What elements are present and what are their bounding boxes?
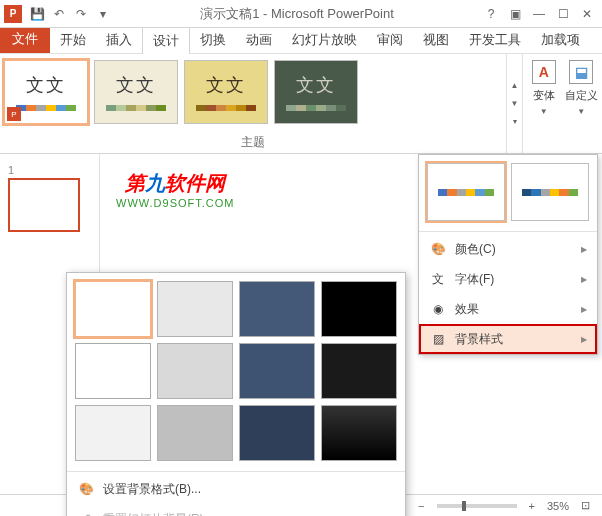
chevron-down-icon: ▼ [540, 107, 548, 116]
reset-bg-icon: ↺ [77, 510, 95, 516]
variants-label: 变体 [533, 88, 555, 103]
bg-style-9[interactable] [157, 405, 233, 461]
bg-style-8[interactable] [75, 405, 151, 461]
bg-style-4[interactable] [75, 343, 151, 399]
theme-thumb-1[interactable]: 文文 [94, 60, 178, 124]
variants-menu-effects[interactable]: ◉效果▶ [419, 294, 597, 324]
tab-幻灯片放映[interactable]: 幻灯片放映 [282, 27, 367, 53]
format-background-item[interactable]: 🎨 设置背景格式(B)... [67, 474, 405, 504]
watermark: 第九软件网 WWW.D9SOFT.COM [116, 170, 235, 209]
window-title: 演示文稿1 - Microsoft PowerPoint [114, 5, 480, 23]
chevron-down-icon: ▼ [577, 107, 585, 116]
bg-style-7[interactable] [321, 343, 397, 399]
customize-icon: ⬓ [569, 60, 593, 84]
variants-icon: A [532, 60, 556, 84]
theme-thumb-3[interactable]: 文文 [274, 60, 358, 124]
slide-number: 1 [8, 164, 91, 176]
theme-thumb-0[interactable]: 文文P [4, 60, 88, 124]
zoom-out-button[interactable]: − [414, 500, 428, 512]
tab-file[interactable]: 文件 [0, 25, 50, 53]
fit-window-button[interactable]: ⊡ [577, 499, 594, 512]
tab-动画[interactable]: 动画 [236, 27, 282, 53]
menu-item-label: 效果 [455, 301, 479, 318]
variants-menu-colors[interactable]: 🎨颜色(C)▶ [419, 234, 597, 264]
minimize-button[interactable]: — [528, 3, 550, 25]
format-bg-icon: 🎨 [77, 480, 95, 498]
zoom-in-button[interactable]: + [525, 500, 539, 512]
qat-dropdown[interactable]: ▾ [92, 3, 114, 25]
colors-icon: 🎨 [429, 240, 447, 258]
bg-style-11[interactable] [321, 405, 397, 461]
themes-up-button[interactable]: ▲ [507, 78, 522, 94]
ribbon-tabs: 文件 开始插入设计切换动画幻灯片放映审阅视图开发工具加载项 [0, 28, 602, 54]
zoom-level[interactable]: 35% [547, 500, 569, 512]
themes-more-button[interactable]: ▾ [507, 114, 522, 130]
fonts-icon: 文 [429, 270, 447, 288]
theme-thumb-2[interactable]: 文文 [184, 60, 268, 124]
menu-item-label: 背景样式 [455, 331, 503, 348]
background-styles-gallery: 🎨 设置背景格式(B)... ↺ 重置幻灯片背景(R) [66, 272, 406, 516]
undo-button[interactable]: ↶ [48, 3, 70, 25]
app-icon: P [4, 5, 22, 23]
redo-button[interactable]: ↷ [70, 3, 92, 25]
customize-button[interactable]: ⬓ 自定义 ▼ [565, 60, 599, 151]
effects-icon: ◉ [429, 300, 447, 318]
bg-style-3[interactable] [321, 281, 397, 337]
chevron-right-icon: ▶ [581, 245, 587, 254]
tab-设计[interactable]: 设计 [142, 27, 190, 54]
tab-审阅[interactable]: 审阅 [367, 27, 413, 53]
variants-menu-fonts[interactable]: 文字体(F)▶ [419, 264, 597, 294]
chevron-right-icon: ▶ [581, 275, 587, 284]
tab-开始[interactable]: 开始 [50, 27, 96, 53]
format-bg-label: 设置背景格式(B)... [103, 481, 201, 498]
bg-style-6[interactable] [239, 343, 315, 399]
close-button[interactable]: ✕ [576, 3, 598, 25]
menu-item-label: 颜色(C) [455, 241, 496, 258]
themes-down-button[interactable]: ▼ [507, 96, 522, 112]
bg-style-5[interactable] [157, 343, 233, 399]
maximize-button[interactable]: ☐ [552, 3, 574, 25]
save-button[interactable]: 💾 [26, 3, 48, 25]
slide-thumbnail-1[interactable] [8, 178, 80, 232]
reset-background-item: ↺ 重置幻灯片背景(R) [67, 504, 405, 516]
variants-dropdown: 🎨颜色(C)▶文字体(F)▶◉效果▶▨背景样式▶ [418, 154, 598, 355]
menu-item-label: 字体(F) [455, 271, 494, 288]
variants-menu-bgstyle[interactable]: ▨背景样式▶ [419, 324, 597, 354]
bg-style-10[interactable] [239, 405, 315, 461]
ribbon: 文文P文文文文文文 主题 ▲ ▼ ▾ A 变体 ▼ ⬓ 自定义 ▼ [0, 54, 602, 154]
reset-bg-label: 重置幻灯片背景(R) [103, 511, 204, 517]
ribbon-options-button[interactable]: ▣ [504, 3, 526, 25]
variant-thumb-1[interactable] [511, 163, 589, 221]
variants-button[interactable]: A 变体 ▼ [527, 60, 561, 151]
tab-插入[interactable]: 插入 [96, 27, 142, 53]
zoom-slider[interactable] [437, 504, 517, 508]
customize-label: 自定义 [565, 88, 598, 103]
variant-thumb-0[interactable] [427, 163, 505, 221]
chevron-right-icon: ▶ [581, 335, 587, 344]
themes-group-label: 主题 [4, 130, 502, 151]
bg-style-1[interactable] [157, 281, 233, 337]
bg-style-0[interactable] [75, 281, 151, 337]
chevron-right-icon: ▶ [581, 305, 587, 314]
tab-加载项[interactable]: 加载项 [531, 27, 590, 53]
tab-视图[interactable]: 视图 [413, 27, 459, 53]
tab-开发工具[interactable]: 开发工具 [459, 27, 531, 53]
bgstyle-icon: ▨ [429, 330, 447, 348]
bg-style-2[interactable] [239, 281, 315, 337]
tab-切换[interactable]: 切换 [190, 27, 236, 53]
help-button[interactable]: ? [480, 3, 502, 25]
